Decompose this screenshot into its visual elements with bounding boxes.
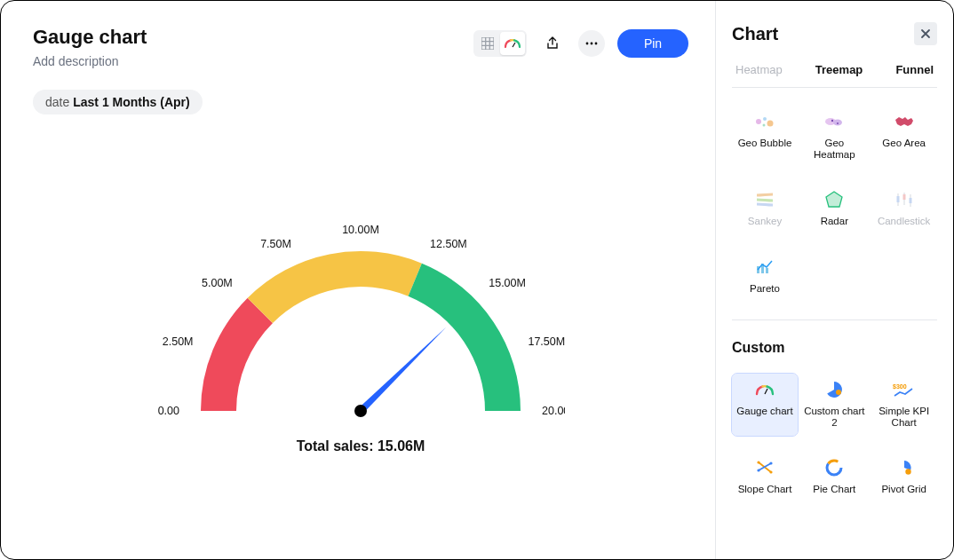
- table-view-button[interactable]: [475, 32, 500, 55]
- gauge-icon: [505, 37, 521, 50]
- tab-treemap[interactable]: Treemap: [815, 63, 863, 76]
- chart-card-pivot-grid[interactable]: Pivot Grid: [871, 452, 937, 502]
- slope-icon: [753, 459, 776, 477]
- chart-card-label: Sankey: [748, 216, 782, 227]
- more-icon: [585, 42, 598, 45]
- gauge-summary-label: Total sales:: [297, 438, 374, 454]
- svg-rect-37: [766, 268, 768, 273]
- svg-point-22: [767, 121, 774, 127]
- chart-card-sankey[interactable]: Sankey: [732, 184, 798, 234]
- svg-text:20.00M: 20.00M: [542, 405, 565, 417]
- close-button[interactable]: [914, 22, 937, 45]
- view-toggle: [473, 30, 527, 57]
- svg-point-21: [763, 117, 767, 121]
- chart-card-custom-2[interactable]: Custom chart 2: [801, 374, 867, 436]
- chart-card-label: Radar: [821, 216, 848, 227]
- svg-text:17.50M: 17.50M: [528, 335, 565, 347]
- svg-rect-32: [902, 194, 905, 200]
- svg-text:15.00M: 15.00M: [489, 276, 526, 288]
- geo-bubble-icon: [753, 113, 776, 130]
- svg-text:0.00: 0.00: [158, 405, 179, 417]
- pareto-icon: [753, 258, 776, 276]
- svg-point-46: [769, 462, 772, 465]
- chart-card-geo-bubble[interactable]: Geo Bubble: [732, 106, 798, 168]
- svg-line-5: [513, 43, 515, 47]
- chart-card-label: Slope Chart: [738, 484, 792, 495]
- filter-key: date: [45, 95, 69, 109]
- svg-point-45: [757, 469, 759, 472]
- chart-card-geo-heatmap[interactable]: Geo Heatmap: [801, 106, 867, 168]
- svg-rect-34: [909, 198, 911, 203]
- svg-marker-28: [826, 192, 842, 207]
- chart-card-label: Custom chart 2: [803, 406, 865, 429]
- gauge-icon: [753, 381, 776, 398]
- chart-side-panel: Chart Heatmap Treemap Funnel Geo Bubble …: [715, 1, 953, 559]
- chart-category-tabs: Heatmap Treemap Funnel: [732, 63, 937, 88]
- svg-point-23: [763, 124, 766, 127]
- pie-person-icon: [823, 381, 846, 398]
- table-icon: [481, 37, 494, 50]
- svg-point-20: [756, 119, 761, 124]
- candlestick-icon: [893, 191, 916, 209]
- svg-point-49: [905, 469, 910, 475]
- svg-text:$300: $300: [893, 383, 907, 390]
- tab-funnel[interactable]: Funnel: [895, 63, 934, 76]
- sankey-icon: [753, 191, 776, 209]
- svg-point-44: [769, 471, 772, 474]
- section-custom-label: Custom: [732, 340, 937, 356]
- chart-card-label: Pie Chart: [813, 484, 855, 495]
- chart-card-pie[interactable]: Pie Chart: [801, 452, 867, 502]
- gauge-view-button[interactable]: [500, 32, 525, 55]
- svg-text:5.00M: 5.00M: [202, 276, 233, 288]
- toolbar: Pin: [473, 29, 688, 58]
- svg-text:2.50M: 2.50M: [163, 335, 194, 347]
- chart-card-pareto[interactable]: Pareto: [732, 251, 798, 302]
- chart-card-slope[interactable]: Slope Chart: [732, 452, 798, 502]
- svg-text:12.50M: 12.50M: [430, 237, 467, 249]
- chart-card-label: Pivot Grid: [881, 484, 926, 495]
- gauge-chart: 0.002.50M5.00M7.50M10.00M12.50M15.00M17.…: [33, 114, 688, 541]
- filter-chip[interactable]: date Last 1 Months (Apr): [33, 90, 203, 114]
- svg-point-8: [595, 43, 598, 45]
- svg-text:7.50M: 7.50M: [260, 237, 291, 249]
- svg-rect-30: [896, 196, 899, 202]
- pivot-icon: [893, 459, 916, 477]
- chart-card-geo-area[interactable]: Geo Area: [871, 106, 937, 168]
- tab-heatmap[interactable]: Heatmap: [735, 63, 783, 76]
- geo-area-icon: [893, 113, 916, 130]
- filter-value: Last 1 Months (Apr): [73, 95, 189, 109]
- geo-heatmap-icon: [823, 113, 846, 130]
- svg-point-7: [591, 43, 593, 45]
- description-placeholder[interactable]: Add description: [33, 54, 147, 68]
- chart-card-radar[interactable]: Radar: [801, 184, 867, 234]
- svg-point-6: [586, 43, 589, 45]
- chart-card-label: Gauge chart: [736, 406, 792, 417]
- share-button[interactable]: [539, 30, 566, 57]
- pie-icon: [823, 459, 846, 477]
- svg-point-43: [757, 461, 759, 464]
- share-icon: [546, 36, 559, 51]
- gauge-summary: Total sales: 15.06M: [297, 438, 425, 454]
- kpi-icon: $300: [893, 381, 916, 398]
- more-button[interactable]: [578, 30, 605, 57]
- chart-card-label: Geo Heatmap: [803, 138, 865, 161]
- chart-card-simple-kpi[interactable]: $300 Simple KPI Chart: [871, 374, 937, 436]
- radar-icon: [823, 191, 846, 209]
- svg-point-26: [831, 120, 833, 122]
- page-title: Gauge chart: [33, 26, 147, 49]
- chart-card-label: Pareto: [750, 283, 780, 295]
- svg-point-39: [836, 390, 841, 395]
- svg-point-27: [837, 122, 839, 124]
- gauge-summary-value: 15.06M: [378, 438, 425, 454]
- side-panel-title: Chart: [732, 24, 778, 44]
- chart-card-gauge[interactable]: Gauge chart: [732, 374, 798, 436]
- svg-rect-0: [481, 37, 494, 50]
- chart-card-label: Geo Area: [882, 138, 926, 149]
- chart-card-label: Simple KPI Chart: [873, 406, 935, 429]
- pin-button[interactable]: Pin: [617, 29, 688, 58]
- chart-card-candlestick[interactable]: Candlestick: [871, 184, 937, 234]
- svg-marker-9: [358, 327, 446, 413]
- close-icon: [920, 28, 931, 39]
- chart-card-label: Candlestick: [878, 216, 930, 227]
- svg-point-10: [354, 405, 367, 417]
